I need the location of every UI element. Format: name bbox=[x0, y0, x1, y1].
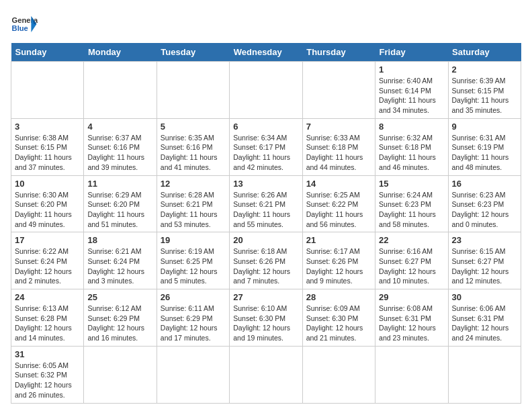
day-number: 13 bbox=[233, 179, 298, 189]
day-number: 31 bbox=[15, 349, 80, 359]
day-number: 7 bbox=[306, 122, 371, 132]
day-info: Sunrise: 6:21 AMSunset: 6:24 PMDaylight:… bbox=[87, 246, 152, 286]
day-number: 27 bbox=[233, 292, 298, 302]
weekday-header-wednesday: Wednesday bbox=[230, 43, 302, 62]
day-number: 1 bbox=[379, 64, 444, 75]
calendar-cell: 18Sunrise: 6:21 AMSunset: 6:24 PMDayligh… bbox=[84, 232, 157, 289]
calendar-cell bbox=[157, 346, 229, 403]
day-number: 19 bbox=[161, 235, 226, 245]
day-info: Sunrise: 6:34 AMSunset: 6:17 PMDaylight:… bbox=[233, 133, 298, 173]
day-info: Sunrise: 6:23 AMSunset: 6:23 PMDaylight:… bbox=[452, 190, 517, 230]
calendar-cell: 9Sunrise: 6:31 AMSunset: 6:19 PMDaylight… bbox=[448, 118, 521, 175]
day-info: Sunrise: 6:13 AMSunset: 6:28 PMDaylight:… bbox=[15, 304, 80, 343]
day-number: 16 bbox=[452, 179, 517, 189]
calendar-cell: 15Sunrise: 6:24 AMSunset: 6:23 PMDayligh… bbox=[375, 175, 448, 232]
weekday-header-friday: Friday bbox=[375, 43, 448, 62]
day-info: Sunrise: 6:29 AMSunset: 6:20 PMDaylight:… bbox=[87, 190, 152, 230]
calendar-cell bbox=[11, 62, 84, 119]
day-number: 29 bbox=[379, 292, 444, 302]
calendar-cell: 1Sunrise: 6:40 AMSunset: 6:14 PMDaylight… bbox=[375, 62, 448, 119]
calendar-cell: 7Sunrise: 6:33 AMSunset: 6:18 PMDaylight… bbox=[302, 118, 375, 175]
day-info: Sunrise: 6:06 AMSunset: 6:31 PMDaylight:… bbox=[452, 304, 517, 343]
day-number: 5 bbox=[161, 122, 226, 132]
day-info: Sunrise: 6:24 AMSunset: 6:23 PMDaylight:… bbox=[379, 190, 444, 230]
day-number: 20 bbox=[233, 235, 298, 245]
calendar-week-3: 10Sunrise: 6:30 AMSunset: 6:20 PMDayligh… bbox=[11, 175, 521, 232]
calendar-week-4: 17Sunrise: 6:22 AMSunset: 6:24 PMDayligh… bbox=[11, 232, 521, 289]
day-number: 9 bbox=[452, 122, 517, 132]
calendar-cell: 5Sunrise: 6:35 AMSunset: 6:16 PMDaylight… bbox=[157, 118, 229, 175]
day-number: 4 bbox=[87, 122, 152, 132]
calendar-cell: 17Sunrise: 6:22 AMSunset: 6:24 PMDayligh… bbox=[11, 232, 84, 289]
calendar-cell: 26Sunrise: 6:11 AMSunset: 6:29 PMDayligh… bbox=[157, 289, 229, 347]
weekday-header-sunday: Sunday bbox=[11, 43, 84, 62]
day-info: Sunrise: 6:19 AMSunset: 6:25 PMDaylight:… bbox=[161, 246, 226, 286]
day-info: Sunrise: 6:12 AMSunset: 6:29 PMDaylight:… bbox=[87, 304, 152, 343]
logo-icon: General Blue bbox=[11, 11, 38, 38]
calendar-cell bbox=[157, 62, 229, 119]
weekday-header-monday: Monday bbox=[84, 43, 157, 62]
day-info: Sunrise: 6:39 AMSunset: 6:15 PMDaylight:… bbox=[452, 76, 517, 116]
day-number: 12 bbox=[161, 179, 226, 189]
calendar-week-6: 31Sunrise: 6:05 AMSunset: 6:32 PMDayligh… bbox=[11, 346, 521, 403]
calendar-cell bbox=[302, 346, 375, 403]
calendar-cell: 10Sunrise: 6:30 AMSunset: 6:20 PMDayligh… bbox=[11, 175, 84, 232]
calendar-cell: 21Sunrise: 6:17 AMSunset: 6:26 PMDayligh… bbox=[302, 232, 375, 289]
day-number: 24 bbox=[15, 292, 80, 302]
day-number: 8 bbox=[379, 122, 444, 132]
day-number: 3 bbox=[15, 122, 80, 132]
day-info: Sunrise: 6:05 AMSunset: 6:32 PMDaylight:… bbox=[15, 361, 80, 400]
calendar-cell: 11Sunrise: 6:29 AMSunset: 6:20 PMDayligh… bbox=[84, 175, 157, 232]
calendar-cell: 31Sunrise: 6:05 AMSunset: 6:32 PMDayligh… bbox=[11, 346, 84, 403]
calendar-cell: 24Sunrise: 6:13 AMSunset: 6:28 PMDayligh… bbox=[11, 289, 84, 347]
calendar-cell: 25Sunrise: 6:12 AMSunset: 6:29 PMDayligh… bbox=[84, 289, 157, 347]
weekday-header-thursday: Thursday bbox=[302, 43, 375, 62]
calendar-cell: 23Sunrise: 6:15 AMSunset: 6:27 PMDayligh… bbox=[448, 232, 521, 289]
day-number: 23 bbox=[452, 235, 517, 245]
logo: General Blue bbox=[11, 11, 38, 38]
calendar-cell: 4Sunrise: 6:37 AMSunset: 6:16 PMDaylight… bbox=[84, 118, 157, 175]
calendar-cell bbox=[302, 62, 375, 119]
day-info: Sunrise: 6:30 AMSunset: 6:20 PMDaylight:… bbox=[15, 190, 80, 230]
day-info: Sunrise: 6:16 AMSunset: 6:27 PMDaylight:… bbox=[379, 246, 444, 286]
day-number: 15 bbox=[379, 179, 444, 189]
day-number: 11 bbox=[87, 179, 152, 189]
calendar-cell bbox=[230, 346, 302, 403]
day-info: Sunrise: 6:32 AMSunset: 6:18 PMDaylight:… bbox=[379, 133, 444, 173]
day-number: 25 bbox=[87, 292, 152, 302]
day-info: Sunrise: 6:22 AMSunset: 6:24 PMDaylight:… bbox=[15, 246, 80, 286]
calendar-cell: 8Sunrise: 6:32 AMSunset: 6:18 PMDaylight… bbox=[375, 118, 448, 175]
day-info: Sunrise: 6:25 AMSunset: 6:22 PMDaylight:… bbox=[306, 190, 371, 230]
day-number: 26 bbox=[161, 292, 226, 302]
calendar-cell: 13Sunrise: 6:26 AMSunset: 6:21 PMDayligh… bbox=[230, 175, 302, 232]
calendar-cell bbox=[84, 62, 157, 119]
calendar-cell: 29Sunrise: 6:08 AMSunset: 6:31 PMDayligh… bbox=[375, 289, 448, 347]
day-info: Sunrise: 6:33 AMSunset: 6:18 PMDaylight:… bbox=[306, 133, 371, 173]
calendar-cell: 30Sunrise: 6:06 AMSunset: 6:31 PMDayligh… bbox=[448, 289, 521, 347]
day-info: Sunrise: 6:10 AMSunset: 6:30 PMDaylight:… bbox=[233, 304, 298, 343]
calendar-cell bbox=[448, 346, 521, 403]
day-number: 30 bbox=[452, 292, 517, 302]
day-info: Sunrise: 6:31 AMSunset: 6:19 PMDaylight:… bbox=[452, 133, 517, 173]
calendar-cell bbox=[375, 346, 448, 403]
day-number: 28 bbox=[306, 292, 371, 302]
calendar-cell: 20Sunrise: 6:18 AMSunset: 6:26 PMDayligh… bbox=[230, 232, 302, 289]
day-number: 10 bbox=[15, 179, 80, 189]
calendar-cell bbox=[230, 62, 302, 119]
weekday-header-row: SundayMondayTuesdayWednesdayThursdayFrid… bbox=[11, 43, 521, 62]
day-info: Sunrise: 6:18 AMSunset: 6:26 PMDaylight:… bbox=[233, 246, 298, 286]
day-number: 17 bbox=[15, 235, 80, 245]
svg-text:Blue: Blue bbox=[12, 24, 28, 32]
calendar-week-5: 24Sunrise: 6:13 AMSunset: 6:28 PMDayligh… bbox=[11, 289, 521, 347]
calendar-cell bbox=[84, 346, 157, 403]
calendar-cell: 28Sunrise: 6:09 AMSunset: 6:30 PMDayligh… bbox=[302, 289, 375, 347]
calendar-table: SundayMondayTuesdayWednesdayThursdayFrid… bbox=[11, 43, 521, 404]
day-info: Sunrise: 6:40 AMSunset: 6:14 PMDaylight:… bbox=[379, 76, 444, 116]
weekday-header-tuesday: Tuesday bbox=[157, 43, 229, 62]
day-info: Sunrise: 6:28 AMSunset: 6:21 PMDaylight:… bbox=[161, 190, 226, 230]
calendar-cell: 3Sunrise: 6:38 AMSunset: 6:15 PMDaylight… bbox=[11, 118, 84, 175]
calendar-cell: 19Sunrise: 6:19 AMSunset: 6:25 PMDayligh… bbox=[157, 232, 229, 289]
day-info: Sunrise: 6:11 AMSunset: 6:29 PMDaylight:… bbox=[161, 304, 226, 343]
page-header: General Blue bbox=[11, 11, 521, 38]
day-number: 18 bbox=[87, 235, 152, 245]
